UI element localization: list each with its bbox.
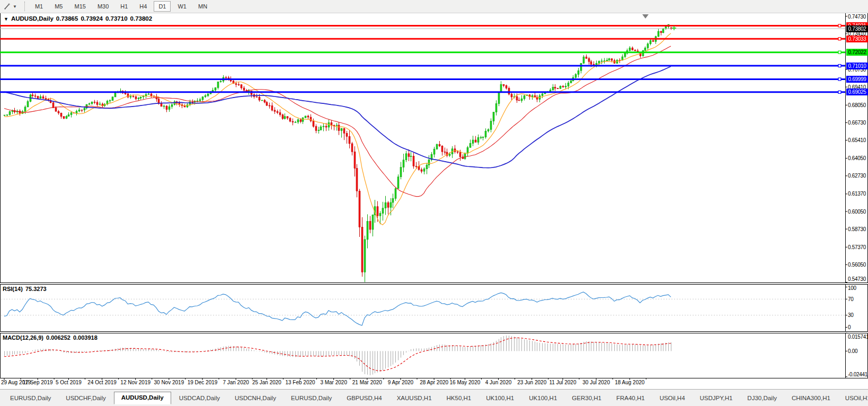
top-toolbar: ▼ M1M5M15M30H1H4D1W1MN — [0, 0, 868, 13]
drawing-tool-group[interactable]: ▼ — [0, 2, 20, 11]
timeframe-button-MN[interactable]: MN — [193, 1, 212, 12]
timeframe-button-W1[interactable]: W1 — [173, 1, 191, 12]
timeframe-button-H1[interactable]: H1 — [116, 1, 132, 12]
chart-tab-eurusd-daily[interactable]: EURUSD,Daily — [3, 392, 58, 404]
timeframe-button-M15[interactable]: M15 — [69, 1, 90, 12]
chart-tab-xauusd-h1[interactable]: XAUUSD,H1 — [390, 392, 439, 404]
chart-canvas[interactable] — [0, 0, 868, 389]
hline-handle[interactable] — [838, 91, 841, 93]
timeframe-button-H4[interactable]: H4 — [135, 1, 152, 12]
chart-tab-usdcad-daily[interactable]: USDCAD,Daily — [172, 392, 227, 404]
chart-tab-usdjpy-h1[interactable]: USDJPY,H1 — [693, 392, 740, 404]
chart-tab-usoil-h4[interactable]: USOil,H4 — [653, 392, 692, 404]
chart-panels — [1, 13, 868, 378]
chart-tab-ger30-h1[interactable]: GER30,H1 — [565, 392, 608, 404]
toolbar-grip-handle[interactable] — [24, 2, 25, 11]
chart-tab-uk100-h1[interactable]: UK100,H1 — [479, 392, 521, 404]
chart-tab-uk100-h1[interactable]: UK100,H1 — [522, 392, 564, 404]
hline-handle[interactable] — [838, 51, 841, 54]
timeframe-toolbar: M1M5M15M30H1H4D1W1MN — [29, 1, 213, 12]
chart-tab-fra40-h1[interactable]: FRA40,H1 — [609, 392, 652, 404]
crosshair-tool-icon[interactable] — [3, 2, 12, 11]
chart-tab-usdcnh-daily[interactable]: USDCNH,Daily — [228, 392, 283, 404]
chart-tab-gbpusd-h4[interactable]: GBPUSD,H4 — [340, 392, 388, 404]
hline-handle[interactable] — [838, 38, 841, 40]
timeframe-button-D1[interactable]: D1 — [154, 1, 171, 12]
chart-tab-usoil-h1[interactable]: USOil,H1 — [838, 392, 868, 404]
chart-tab-hk50-h1[interactable]: HK50,H1 — [440, 392, 479, 404]
chart-tab-eurusd-daily[interactable]: EURUSD,Daily — [284, 392, 339, 404]
timeframe-button-M5[interactable]: M5 — [50, 1, 67, 12]
chart-tabs-bar: EURUSD,DailyUSDCHF,DailyAUDUSD,DailyUSDC… — [0, 389, 868, 406]
chart-tab-usdchf-daily[interactable]: USDCHF,Daily — [59, 392, 112, 404]
chart-tab-audusd-daily[interactable]: AUDUSD,Daily — [114, 392, 171, 404]
tool-dropdown-caret-icon[interactable]: ▼ — [13, 4, 17, 9]
trading-terminal-window: ▼ M1M5M15M30H1H4D1W1MN ▼AUDUSD,Daily0.73… — [0, 0, 868, 406]
chart-tab-dj30-daily[interactable]: DJ30,Daily — [740, 392, 784, 404]
hline-handle[interactable] — [838, 78, 841, 81]
timeframe-button-M1[interactable]: M1 — [30, 1, 48, 12]
timeframe-button-M30[interactable]: M30 — [93, 1, 113, 12]
hline-handle[interactable] — [838, 24, 841, 27]
hline-handle[interactable] — [838, 65, 841, 67]
chart-tab-china300-h1[interactable]: CHINA300,H1 — [785, 392, 837, 404]
